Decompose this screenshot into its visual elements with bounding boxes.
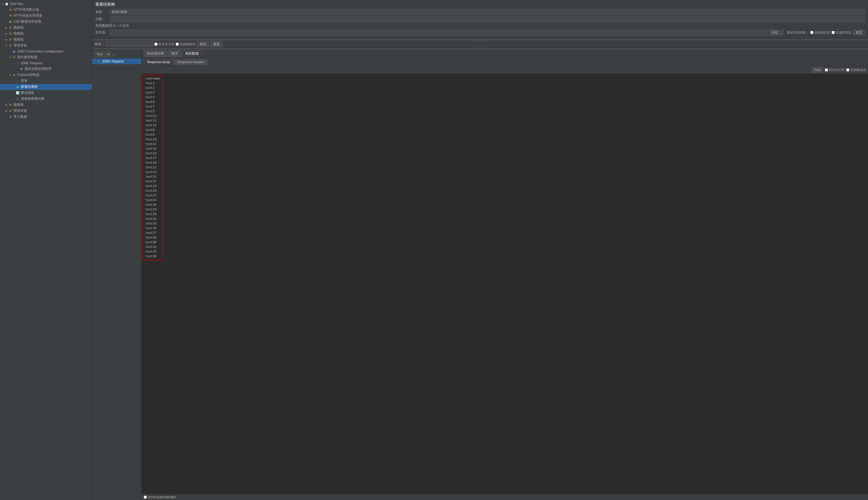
- tree-arrow: [12, 91, 15, 95]
- sidebar-item-thread-group3[interactable]: ▶⚙线程组: [0, 37, 92, 43]
- response-area: 取样器结果 请求 响应数据 Response Body Response hea…: [142, 49, 868, 500]
- tree-label: 察看结果树: [21, 85, 90, 89]
- response-body-panel[interactable]: usernametest1test2test3test4test5test7te…: [142, 74, 868, 494]
- find-bar: Find 区分大小写 正则表达式: [142, 66, 868, 74]
- sidebar-item-post-process[interactable]: ✤调试后置处理程序: [0, 66, 92, 72]
- tree-label: JDBC Connection Configuration: [17, 50, 90, 53]
- browse-button[interactable]: 浏览...: [769, 30, 783, 35]
- file-input[interactable]: [110, 30, 767, 35]
- error-log-check-label[interactable]: 仅错误日志: [810, 31, 830, 35]
- tree-label: 用表格察看结果: [21, 97, 90, 101]
- tree-icon: 📊: [15, 91, 20, 95]
- tree-arrow: ▼: [8, 56, 12, 59]
- format-row: Text JSON XML HTML ▷: [92, 50, 141, 58]
- sidebar-item-agg-report[interactable]: 📊聚合报告: [0, 90, 92, 96]
- success-log-checkbox[interactable]: [832, 31, 835, 34]
- tree-arrow: [12, 79, 15, 83]
- sidebar-item-csv-data[interactable]: ▦CSV 数据文件设置: [0, 19, 92, 25]
- response-data-line: test14: [145, 147, 161, 151]
- sidebar-item-http-default[interactable]: ✖HTTP请求默认值: [0, 7, 92, 13]
- find-case-label[interactable]: 区分大小写: [825, 68, 845, 72]
- sidebar-item-test-plan[interactable]: ▼📋Test Plan: [0, 1, 92, 7]
- regex-checkbox[interactable]: [176, 43, 179, 46]
- sampler-item-jdbc[interactable]: ● JDBC Request: [92, 58, 141, 64]
- find-button[interactable]: Find: [812, 67, 823, 73]
- error-log-checkbox[interactable]: [810, 31, 813, 34]
- format-select[interactable]: Text JSON XML HTML: [94, 52, 111, 57]
- tree-label: 登录并发: [13, 43, 90, 48]
- tree-label: 调试后置处理程序: [24, 67, 90, 71]
- name-label: 名称：: [95, 10, 108, 14]
- response-data-box: usernametest1test2test3test4test5test7te…: [143, 75, 163, 260]
- tree-icon: ⚙: [8, 44, 12, 48]
- tree-icon: ◆: [12, 49, 16, 54]
- tree-label: JDBC Request: [21, 61, 90, 65]
- sidebar-item-http-header[interactable]: ✖HTTP信息头管理器: [0, 13, 92, 19]
- sidebar-item-login2[interactable]: /登录: [0, 78, 92, 84]
- find-regex-checkbox[interactable]: [846, 68, 849, 71]
- response-data-line: test27: [145, 179, 161, 184]
- tree-arrow: ▶: [5, 32, 8, 36]
- tree-label: ForEach控制器: [17, 73, 90, 77]
- response-data-line: test26: [145, 203, 161, 207]
- comment-input[interactable]: [110, 16, 865, 22]
- tab-response-body[interactable]: Response Body: [144, 59, 173, 65]
- name-input[interactable]: [110, 9, 865, 15]
- tree-label: 吞吐量控制器: [17, 55, 90, 59]
- case-checkbox[interactable]: [155, 43, 158, 46]
- case-check-label[interactable]: 区分大小写: [155, 42, 174, 46]
- config-button[interactable]: 配置: [853, 30, 865, 35]
- response-data-line: test22: [145, 193, 161, 198]
- sub-response-tabs: Response Body Response headers: [142, 58, 868, 66]
- tree-arrow: [5, 14, 8, 18]
- tree-arrow: ▶: [5, 26, 8, 30]
- tree-label: 登录并发: [13, 109, 90, 113]
- tree-label: 聚合报告: [21, 91, 90, 95]
- sidebar-item-thread-group2[interactable]: ▶⚙线程组: [0, 31, 92, 37]
- expand-icon[interactable]: ▷: [113, 52, 116, 56]
- tree-icon: 📋: [5, 2, 9, 6]
- search-input[interactable]: [106, 41, 153, 47]
- sidebar-item-login-dev[interactable]: ▼⚙登录并发: [0, 43, 92, 49]
- response-data-line: test16: [145, 151, 161, 156]
- tab-request[interactable]: 请求: [168, 50, 181, 57]
- response-data-line: test20: [145, 189, 161, 193]
- sidebar-item-result-tree[interactable]: ◉察看结果树: [0, 84, 92, 90]
- sidebar-item-thread-group4[interactable]: ▶⚙线程组: [0, 102, 92, 108]
- find-regex-label[interactable]: 正则表达式: [846, 68, 866, 72]
- tree-arrow: [5, 8, 8, 12]
- tree-label: 线程组: [13, 37, 90, 42]
- tab-response-data[interactable]: 响应数据: [182, 50, 202, 57]
- sidebar-item-foreach-ctrl[interactable]: ▼⚙ForEach控制器: [0, 72, 92, 78]
- sidebar-item-bulk-ctrl[interactable]: ▼⚙吞吐量控制器: [0, 54, 92, 60]
- search-button[interactable]: 查找: [197, 41, 209, 47]
- response-data-line: test15: [145, 123, 161, 128]
- success-log-check-label[interactable]: 仅成功日志: [832, 31, 852, 35]
- tree-label: Test Plan: [10, 2, 90, 6]
- tab-sampler-result[interactable]: 取样器结果: [144, 50, 167, 57]
- find-case-checkbox[interactable]: [825, 68, 828, 71]
- scroll-auto-checkbox[interactable]: [144, 496, 147, 499]
- response-data-line: test10: [145, 137, 161, 142]
- sidebar-item-jdbc-conn[interactable]: ◆JDBC Connection Configuration: [0, 49, 92, 54]
- sidebar-item-thread-group1[interactable]: ▶⚙线程组: [0, 25, 92, 31]
- tree-label: 线程组: [13, 103, 90, 107]
- regex-check-label[interactable]: 正则表达式: [176, 42, 195, 46]
- sidebar-item-login-dev2[interactable]: ▶⚙登录并发: [0, 108, 92, 114]
- response-data-line: test34: [145, 249, 161, 254]
- sidebar-item-import-data[interactable]: ⬇导入数据: [0, 114, 92, 120]
- sidebar-item-jdbc-req[interactable]: /JDBC Request: [0, 60, 92, 66]
- scroll-auto-label[interactable]: Scroll automatically?: [144, 495, 176, 499]
- tree-icon: ⚙: [8, 109, 12, 113]
- reset-button[interactable]: 重置: [210, 41, 222, 47]
- tree-icon: ✖: [8, 14, 12, 18]
- tree-arrow: ▼: [5, 44, 8, 47]
- response-data-line: test11: [145, 114, 161, 118]
- content-area: Text JSON XML HTML ▷ ● JDBC Request 取样器结…: [92, 49, 868, 500]
- response-data-line: test17: [145, 156, 161, 161]
- tree-arrow: [8, 50, 12, 53]
- tree-label: CSV 数据文件设置: [13, 20, 90, 24]
- response-data-line: test18: [145, 184, 161, 189]
- sidebar-item-table-report[interactable]: ⊞用表格察看结果: [0, 96, 92, 102]
- tab-response-headers[interactable]: Response headers: [174, 59, 208, 65]
